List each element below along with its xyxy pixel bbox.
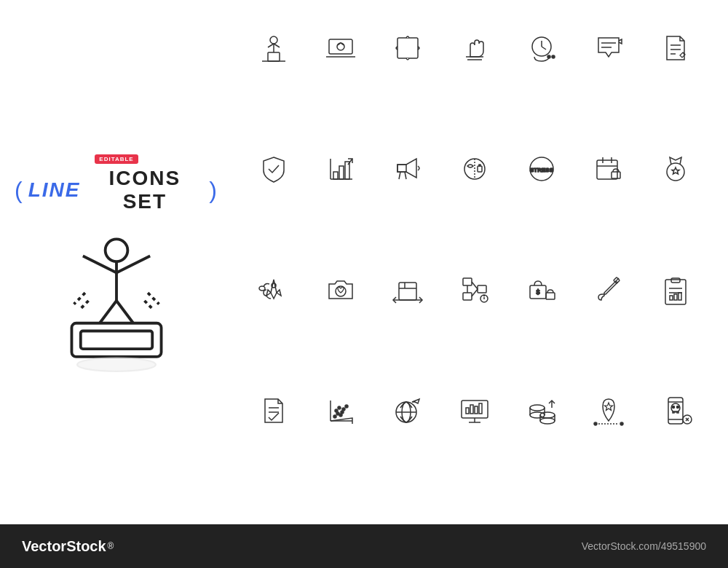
svg-point-56 [667,163,684,181]
svg-text:$: $ [536,288,539,296]
icon-time-management [515,22,568,74]
svg-rect-84 [674,294,677,300]
svg-rect-13 [268,52,280,61]
svg-marker-117 [605,403,613,411]
svg-rect-22 [397,38,418,58]
svg-rect-83 [670,296,673,300]
icon-power-fist [448,22,501,74]
svg-point-15 [270,36,277,44]
icon-shield-check [248,143,300,195]
svg-rect-105 [470,405,473,414]
svg-rect-107 [479,403,482,414]
icon-location-star [582,384,635,437]
svg-point-28 [547,55,550,58]
svg-point-115 [540,418,555,424]
icon-flowchart [448,264,501,316]
svg-point-29 [552,55,555,58]
svg-line-43 [399,172,400,179]
icon-coins-exchange [515,384,568,437]
svg-line-3 [116,256,150,272]
left-panel: EDITABLE ( LINE ICONS SET ) [0,0,233,524]
svg-point-95 [345,405,348,408]
icon-calendar-lock [582,143,635,195]
svg-line-4 [100,301,116,323]
svg-line-2 [83,256,116,272]
svg-rect-42 [397,165,406,172]
icon-document-edit [649,22,702,74]
bracket-left-icon: ( [15,177,24,204]
svg-rect-76 [546,293,555,299]
svg-line-16 [268,44,274,47]
svg-point-60 [336,286,346,296]
registered-mark: ® [108,541,114,551]
brand-name: VectorStock [22,538,106,555]
title-line-word: LINE [28,178,81,202]
svg-rect-104 [466,408,469,414]
svg-point-120 [620,422,623,425]
svg-point-97 [341,411,344,414]
svg-rect-79 [665,280,686,304]
title-wrapper: ( LINE ICONS SET ) [15,167,218,213]
svg-rect-66 [463,293,472,300]
vectorstock-url: VectorStock.com/49515900 [582,540,706,552]
icon-achievement [248,22,300,74]
icon-monitor-equalizer [448,384,501,437]
icon-online-education [314,22,367,74]
icon-task-chat [582,22,635,74]
svg-line-10 [144,301,152,309]
vectorstock-logo: VectorStock ® [22,538,114,555]
svg-point-90 [333,415,336,418]
icon-scatter-chart [314,384,367,437]
icon-document-check [248,384,300,437]
icon-package [381,264,434,316]
svg-rect-47 [478,166,482,172]
svg-point-125 [673,406,675,409]
svg-rect-19 [329,39,352,54]
icon-money-lock: $ [515,264,568,316]
bracket-right-icon: ) [209,177,218,204]
svg-point-58 [259,286,265,291]
svg-rect-61 [399,283,416,300]
svg-point-73 [484,296,485,296]
icon-rocket-cloud [248,264,300,316]
icon-bar-chart [314,143,367,195]
svg-point-126 [677,406,679,409]
bottom-bar: VectorStock ® VectorStock.com/49515900 [0,524,728,568]
svg-line-11 [148,293,159,304]
svg-point-93 [335,409,338,412]
svg-rect-80 [671,278,680,283]
title-rest: ICONS SET [84,167,205,213]
editable-badge: EDITABLE [15,151,218,167]
icon-phone-skull [649,384,702,437]
svg-rect-38 [333,172,338,179]
svg-rect-65 [463,278,472,285]
icon-report-chart [649,264,702,316]
svg-rect-85 [678,293,681,300]
icon-global-chat [381,384,434,437]
svg-rect-39 [339,166,344,179]
icon-megaphone [381,143,434,195]
icon-paint-brush [582,264,635,316]
svg-rect-48 [479,165,480,166]
icon-puzzle [381,22,434,74]
svg-point-108 [530,405,545,411]
svg-line-70 [472,289,478,296]
svg-line-8 [81,301,89,309]
icons-panel: STRESS [233,0,728,524]
svg-point-112 [540,412,555,418]
svg-point-119 [594,422,597,425]
icon-stress: STRESS [515,143,568,195]
svg-text:STRESS: STRESS [530,167,554,173]
svg-line-27 [542,47,546,50]
icon-award [649,143,702,195]
svg-line-5 [116,301,133,323]
svg-point-21 [337,43,344,50]
svg-rect-7 [81,331,152,350]
svg-point-96 [338,406,341,409]
icon-camera-heart [314,264,367,316]
svg-line-9 [74,293,85,304]
svg-rect-67 [478,285,486,293]
svg-marker-57 [672,167,679,174]
svg-line-17 [274,44,280,47]
svg-point-12 [77,358,156,371]
